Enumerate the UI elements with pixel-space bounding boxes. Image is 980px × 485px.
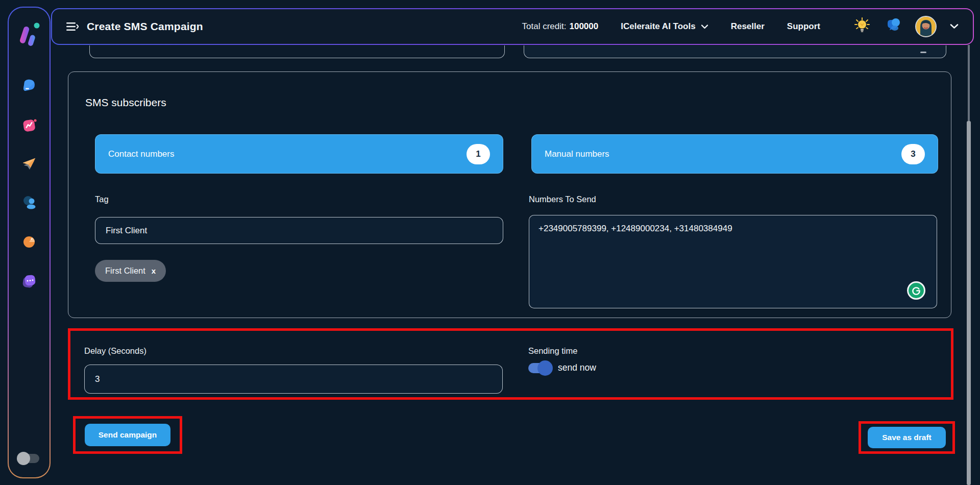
manual-numbers-count-badge: 3: [901, 144, 925, 164]
send-campaign-annotation-rect: Send campaign: [73, 416, 182, 454]
tag-input[interactable]: [95, 217, 503, 244]
nav-ai-tools-label: ICeleraite AI Tools: [621, 21, 695, 32]
clipped-input-left[interactable]: [89, 45, 505, 58]
sidebar: [8, 7, 51, 478]
clipped-select-right[interactable]: [524, 45, 946, 58]
total-credit-label: Total credit:: [522, 21, 567, 31]
pink-chart-icon[interactable]: [20, 116, 38, 134]
nav-reseller-label: Reseller: [731, 21, 765, 32]
app-window: Create SMS Campaign Total credit:100000 …: [0, 0, 980, 485]
page-title: Create SMS Campaign: [87, 20, 203, 33]
nav-reseller[interactable]: Reseller: [731, 21, 765, 32]
chevron-down-icon: [701, 21, 708, 32]
app-logo[interactable]: [17, 21, 41, 50]
send-now-toggle-knob[interactable]: [537, 360, 553, 376]
send-now-toggle[interactable]: [528, 363, 552, 373]
chip-remove-icon[interactable]: x: [152, 266, 156, 275]
contact-numbers-button[interactable]: Contact numbers 1: [95, 134, 503, 174]
theme-toggle-knob[interactable]: [17, 452, 30, 465]
contact-numbers-label: Contact numbers: [108, 149, 174, 159]
contacts-icon[interactable]: [20, 193, 38, 212]
scrollbar-track[interactable]: [968, 45, 970, 122]
delay-label: Delay (Seconds): [84, 346, 146, 356]
delay-input[interactable]: [84, 365, 503, 394]
total-credit: Total credit:100000: [522, 21, 599, 32]
save-as-draft-button[interactable]: Save as draft: [868, 427, 946, 448]
send-icon[interactable]: [20, 155, 38, 173]
chevron-down-icon: [920, 52, 926, 53]
sending-time-label: Sending time: [528, 346, 577, 356]
nav-ai-tools[interactable]: ICeleraite AI Tools: [621, 21, 708, 32]
avatar[interactable]: [915, 16, 937, 37]
nav-support[interactable]: Support: [787, 21, 820, 32]
contact-numbers-count-badge: 1: [467, 144, 490, 164]
scrollbar-thumb[interactable]: [967, 121, 971, 485]
lightbulb-icon[interactable]: [854, 17, 870, 36]
send-now-label: send now: [558, 362, 596, 373]
tag-chip[interactable]: First Client x: [95, 260, 166, 282]
manual-numbers-button[interactable]: Manual numbers 3: [531, 134, 938, 174]
sms-subscribers-card: SMS subscribers Contact numbers 1 Manual…: [68, 71, 951, 318]
card-title: SMS subscribers: [85, 96, 166, 109]
numbers-to-send-label: Numbers To Send: [529, 195, 596, 204]
nav-support-label: Support: [787, 21, 820, 32]
tag-label: Tag: [95, 195, 109, 204]
apps-icon[interactable]: [20, 271, 38, 289]
save-draft-annotation-rect: Save as draft: [859, 421, 955, 454]
manual-numbers-label: Manual numbers: [545, 149, 609, 159]
menu-icon[interactable]: [66, 22, 79, 31]
pie-chart-icon[interactable]: [20, 232, 38, 251]
top-header: Create SMS Campaign Total credit:100000 …: [51, 8, 974, 45]
total-credit-value: 100000: [570, 21, 599, 31]
chat-icon[interactable]: [884, 17, 902, 36]
send-campaign-button[interactable]: Send campaign: [85, 424, 170, 446]
chevron-down-icon[interactable]: [950, 22, 959, 31]
schedule-annotation-rect: Delay (Seconds) Sending time send now: [68, 328, 953, 400]
theme-toggle[interactable]: [19, 454, 39, 463]
grammarly-icon[interactable]: [907, 281, 925, 300]
tag-chip-label: First Client: [105, 266, 145, 276]
chat-bubble-icon[interactable]: [20, 77, 38, 95]
numbers-to-send-textarea[interactable]: +2349005789399, +12489000234, +314803849…: [529, 215, 937, 308]
